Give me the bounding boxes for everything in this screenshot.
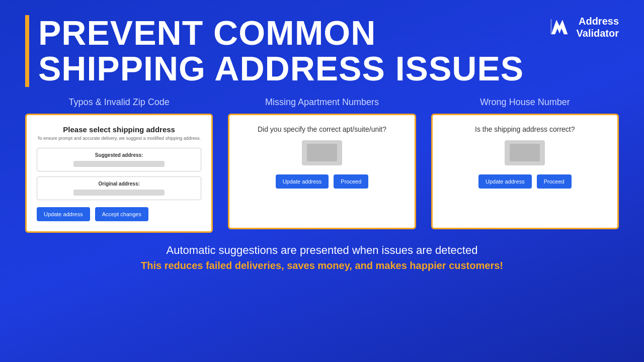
update-address-button-1[interactable]: Update address — [37, 207, 90, 221]
card-2-blurred-image — [302, 140, 342, 165]
original-label: Original address: — [43, 181, 195, 187]
logo-name: Address Validator — [577, 15, 619, 39]
card-3-blurred-image — [505, 140, 545, 165]
title-block: PREVENT COMMON SHIPPING ADDRESS ISSUES — [25, 15, 524, 87]
accept-changes-button[interactable]: Accept changes — [95, 207, 148, 221]
update-address-button-3[interactable]: Update address — [478, 174, 532, 189]
card-2-buttons: Update address Proceed — [239, 174, 404, 189]
card-2: Did you specify the correct apt/suite/un… — [228, 114, 416, 229]
card-3-label: Wrong House Number — [480, 97, 570, 108]
header: PREVENT COMMON SHIPPING ADDRESS ISSUES A… — [25, 15, 619, 87]
card-1-buttons: Update address Accept changes — [37, 207, 201, 221]
svg-rect-1 — [550, 19, 552, 34]
proceed-button-3[interactable]: Proceed — [537, 174, 572, 189]
suggested-address-blurred — [73, 161, 165, 167]
title-line2: SHIPPING ADDRESS ISSUES — [38, 49, 524, 87]
original-address-blurred — [73, 190, 165, 196]
card-1: Please select shipping address To ensure… — [25, 114, 213, 233]
card-1-subtitle: To ensure prompt and accurate delivery, … — [37, 136, 201, 141]
card-2-question: Did you specify the correct apt/suite/un… — [239, 125, 404, 133]
logo-icon — [547, 15, 572, 39]
card-1-label: Typos & Invalid Zip Code — [69, 97, 170, 108]
proceed-button-2[interactable]: Proceed — [334, 174, 368, 189]
update-address-button-2[interactable]: Update address — [276, 174, 329, 189]
title-accent-bar — [25, 15, 29, 87]
card-1-title: Please select shipping address — [37, 125, 201, 134]
footer-white-text: Automatic suggestions are presented when… — [25, 244, 619, 257]
original-address-box: Original address: — [37, 176, 201, 200]
main-content: PREVENT COMMON SHIPPING ADDRESS ISSUES A… — [0, 0, 644, 362]
page-title: PREVENT COMMON SHIPPING ADDRESS ISSUES — [38, 15, 524, 87]
logo: Address Validator — [547, 15, 619, 39]
card-col-1: Typos & Invalid Zip Code Please select s… — [25, 97, 213, 233]
footer: Automatic suggestions are presented when… — [25, 244, 619, 272]
card-3: Is the shipping address correct? Update … — [431, 114, 619, 229]
suggested-address-box: Suggested address: — [37, 148, 201, 171]
card-col-2: Missing Apartment Numbers Did you specif… — [228, 97, 416, 233]
card-col-3: Wrong House Number Is the shipping addre… — [431, 97, 619, 233]
svg-marker-0 — [551, 20, 568, 34]
suggested-label: Suggested address: — [43, 152, 195, 158]
title-text: PREVENT COMMON SHIPPING ADDRESS ISSUES — [38, 15, 524, 87]
title-line1: PREVENT COMMON — [38, 14, 376, 52]
footer-orange-text: This reduces failed deliveries, saves mo… — [25, 260, 619, 272]
card-2-label: Missing Apartment Numbers — [265, 97, 379, 108]
cards-section: Typos & Invalid Zip Code Please select s… — [25, 97, 619, 233]
card-3-buttons: Update address Proceed — [443, 174, 607, 189]
card-3-question: Is the shipping address correct? — [443, 125, 607, 133]
